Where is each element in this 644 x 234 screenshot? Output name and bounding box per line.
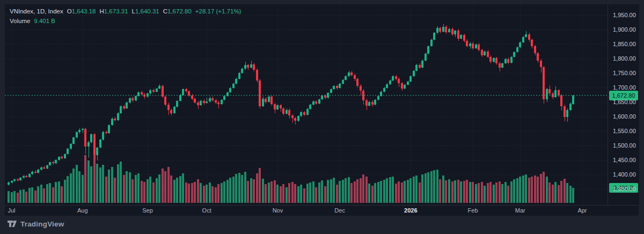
time-tick-label: Apr [570,207,594,214]
volume-bar [105,177,107,203]
candle-body [170,110,172,113]
volume-bar [291,182,294,203]
volume-bar [182,173,184,203]
volume-bar [188,184,190,203]
candle-body [548,89,551,93]
candle-body [123,106,125,108]
volume-bar [141,181,143,203]
volume-bar [386,178,388,203]
volume-bar [560,181,562,203]
candle-body [46,165,48,169]
candlestick-plot[interactable] [5,4,608,205]
candle-body [291,115,294,118]
volume-bar [52,187,54,203]
candle-body [451,29,453,34]
chart-pane[interactable]: VNIndex, 1D, Index O1,643.18 H1,673.31 L… [5,4,608,205]
footer-bar: TradingView [0,215,644,234]
volume-bar [8,191,10,203]
volume-bar [194,182,196,203]
volume-label: Volume [10,16,30,26]
volume-bar [439,179,441,203]
volume-bar [247,181,249,203]
volume-bar [58,181,60,203]
volume-bar [493,185,495,203]
volume-bar [250,178,252,203]
candle-body [19,178,21,180]
volume-bar [99,167,101,203]
candle-body [564,106,566,117]
volume-bar [306,184,309,203]
candle-body [528,34,530,40]
candle-body [17,179,19,180]
volume-bar [478,183,480,203]
candle-body [478,45,480,50]
volume-bar [280,186,282,203]
volume-bar [398,181,400,203]
candle-body [300,112,302,116]
tradingview-logo-icon [7,220,17,228]
price-tick-label: 1,700.00 [613,84,636,91]
candle-body [93,134,96,155]
candle-body [259,81,261,106]
price-tick-label: 1,350.00 [613,185,636,193]
price-tick-label: 1,900.00 [613,26,636,33]
candle-body [495,58,497,63]
candle-body [493,58,495,62]
volume-bar [286,187,288,203]
candle-body [253,64,255,70]
volume-bar [78,171,80,203]
tradingview-logo[interactable]: TradingView [7,220,64,228]
volume-bar [262,179,264,203]
volume-bar [360,178,362,203]
volume-bar [558,185,560,203]
volume-bar [158,174,160,203]
volume-bar [297,186,299,203]
candle-body [156,89,158,92]
candle-body [43,167,45,169]
candle-body [13,179,16,181]
legend: VNIndex, 1D, Index O1,643.18 H1,673.31 L… [10,6,241,26]
candle-body [84,129,86,147]
symbol-title[interactable]: VNIndex, 1D, Index [10,6,63,16]
volume-bar [303,188,305,203]
candle-body [114,119,116,120]
volume-bar [221,183,223,203]
volume-layer [8,154,574,203]
candle-body [8,182,10,185]
candle-body [37,170,39,172]
candle-body [499,63,501,68]
candle-body [546,89,548,99]
volume-bar [374,183,376,203]
candle-body [531,40,533,46]
volume-bar [226,180,229,203]
volume-bar [244,172,246,203]
volume-bar [84,155,86,203]
volume-bar [200,183,202,203]
volume-bar [415,176,418,203]
candle-body [58,157,60,160]
volume-bar [389,177,391,203]
candle-body [566,110,568,116]
candle-body [176,101,178,106]
volume-bar [191,183,193,203]
time-axis[interactable]: JulAugSepOctNovDec2026FebMarApr [5,205,639,216]
candle-body [117,113,119,121]
volume-bar [147,179,149,203]
candle-body [247,65,249,68]
candle-body [126,103,128,108]
candle-body [211,98,214,100]
time-tick-label: Oct [195,207,218,214]
volume-bar [87,160,90,203]
price-tick-label: 1,800.00 [613,55,636,62]
candle-body [525,34,527,37]
volume-bar [383,180,385,203]
candle-body [131,98,134,100]
volume-bar [487,183,489,203]
volume-bar [510,181,513,203]
volume-bar [380,181,382,203]
price-axis[interactable]: 1,672.80 9.401 B 1,950.001,900.001,850.0… [608,4,639,205]
candle-body [572,96,574,104]
volume-bar [288,183,290,203]
candle-body [223,96,225,100]
volume-bar [368,184,370,203]
